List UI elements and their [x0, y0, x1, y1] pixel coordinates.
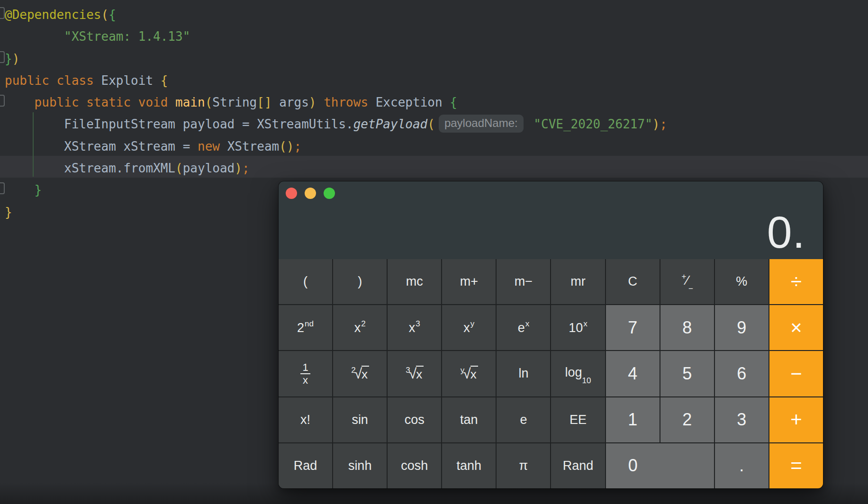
key-label: 5: [682, 364, 692, 384]
calc-key-subtract[interactable]: −: [769, 351, 823, 396]
calc-key-plus-minus[interactable]: +⁄−: [660, 259, 714, 304]
calc-key-digit-0[interactable]: 0: [606, 443, 714, 488]
key-label: sin: [352, 413, 368, 427]
minimize-button[interactable]: [305, 188, 316, 199]
calc-key-digit-1[interactable]: 1: [606, 397, 660, 442]
calc-key-add[interactable]: +: [769, 397, 823, 442]
calc-key-ten-power-x[interactable]: 10x: [551, 305, 605, 350]
key-label: (: [303, 274, 307, 289]
calc-key-cube-root[interactable]: 3√x: [388, 351, 441, 396]
code-token: public static void: [5, 95, 175, 109]
calc-key-close-paren[interactable]: ): [333, 259, 387, 304]
key-label: =: [790, 454, 802, 477]
key-label: 2: [682, 410, 692, 430]
calc-key-hyperbolic-sine[interactable]: sinh: [333, 443, 387, 488]
code-token: "CVE_2020_26217": [526, 117, 652, 131]
code-line: public class Exploit {: [5, 70, 868, 91]
calc-key-rad[interactable]: Rad: [279, 443, 332, 488]
calc-key-x-cubed[interactable]: x3: [388, 305, 441, 350]
key-label: 6: [737, 364, 746, 384]
calc-key-square-root[interactable]: 2√x: [333, 351, 387, 396]
calc-key-digit-4[interactable]: 4: [606, 351, 660, 396]
calc-key-memory-recall[interactable]: mr: [551, 259, 605, 304]
code-token: (: [427, 117, 435, 131]
calc-key-natural-log[interactable]: ln: [497, 351, 550, 396]
calc-key-multiply[interactable]: ×: [769, 305, 823, 350]
calc-key-digit-3[interactable]: 3: [715, 397, 769, 442]
key-label: 0: [628, 456, 638, 476]
calc-key-tangent[interactable]: tan: [442, 397, 496, 442]
key-label: 7: [628, 318, 637, 338]
calc-key-open-paren[interactable]: (: [279, 259, 332, 304]
calc-key-digit-7[interactable]: 7: [606, 305, 660, 350]
key-label: sinh: [348, 459, 372, 473]
key-label: mc: [406, 274, 423, 289]
calc-key-digit-5[interactable]: 5: [660, 351, 714, 396]
code-token: {: [450, 95, 457, 109]
calc-key-memory-subtract[interactable]: m−: [497, 259, 550, 304]
zoom-button[interactable]: [324, 188, 335, 199]
key-label: 4: [628, 364, 637, 384]
key-label: Rand: [563, 459, 594, 473]
calc-key-digit-6[interactable]: 6: [715, 351, 769, 396]
calc-key-sine[interactable]: sin: [333, 397, 387, 442]
calc-key-memory-add[interactable]: m+: [442, 259, 496, 304]
calc-key-x-squared[interactable]: x2: [333, 305, 387, 350]
fold-marker-icon[interactable]: [0, 7, 5, 19]
code-token: }: [5, 52, 12, 66]
calc-key-random[interactable]: Rand: [551, 443, 605, 488]
calc-key-memory-clear[interactable]: mc: [388, 259, 441, 304]
fold-marker-icon[interactable]: [0, 95, 5, 107]
calc-key-factorial[interactable]: x!: [279, 397, 332, 442]
code-token: ): [235, 161, 242, 175]
code-token: (: [175, 161, 183, 175]
code-token: {: [108, 8, 116, 22]
calc-key-digit-2[interactable]: 2: [660, 397, 714, 442]
code-token: (): [279, 139, 294, 153]
close-button[interactable]: [286, 188, 297, 199]
code-token: ;: [242, 161, 250, 175]
key-label: 9: [737, 318, 746, 338]
fold-marker-icon[interactable]: [0, 182, 5, 194]
calc-key-equals[interactable]: =: [769, 443, 823, 488]
screen: @Dependencies({ "XStream: 1.4.13"})publi…: [0, 0, 868, 504]
key-label: 1: [628, 410, 637, 430]
calc-key-hyperbolic-cosine[interactable]: cosh: [388, 443, 441, 488]
code-line: @Dependencies({: [5, 4, 868, 26]
calc-key-e-power-x[interactable]: ex: [497, 305, 550, 350]
calc-key-cosine[interactable]: cos: [388, 397, 441, 442]
calc-key-digit-9[interactable]: 9: [715, 305, 769, 350]
code-token: ): [12, 52, 20, 66]
key-label: −: [790, 362, 802, 385]
calc-key-euler-number[interactable]: e: [497, 397, 550, 442]
key-label: ex: [518, 320, 530, 335]
code-token: Exception: [376, 95, 450, 109]
code-token: args: [272, 95, 309, 109]
code-token: (: [205, 95, 213, 109]
calc-key-decimal-point[interactable]: .: [715, 443, 769, 488]
calc-key-ee[interactable]: EE: [551, 397, 605, 442]
calc-key-clear[interactable]: C: [606, 259, 660, 304]
calc-key-x-power-y[interactable]: xy: [442, 305, 496, 350]
calc-key-pi[interactable]: π: [497, 443, 550, 488]
calc-key-divide[interactable]: ÷: [769, 259, 823, 304]
code-token: XStream xStream =: [5, 139, 198, 153]
key-label: m−: [515, 274, 533, 289]
calc-key-hyperbolic-tangent[interactable]: tanh: [442, 443, 496, 488]
calculator-titlebar[interactable]: [279, 181, 823, 208]
code-token: }: [5, 183, 42, 197]
fold-marker-icon[interactable]: [0, 51, 5, 63]
calc-key-log-base-10[interactable]: log10: [551, 351, 605, 396]
code-token: (: [101, 8, 109, 22]
calc-key-reciprocal[interactable]: 1x: [279, 351, 332, 396]
calculator-window: 0. ()mcm+m−mrC+⁄−%÷2ndx2x3xyex10x789×1x2…: [279, 181, 823, 488]
calc-key-second[interactable]: 2nd: [279, 305, 332, 350]
key-label: xy: [463, 320, 474, 335]
code-line: "XStream: 1.4.13": [5, 26, 868, 47]
key-label: tanh: [457, 459, 482, 473]
calc-key-y-root[interactable]: y√x: [442, 351, 496, 396]
key-label: cosh: [401, 459, 428, 473]
key-label: 2√x: [351, 366, 369, 382]
calc-key-digit-8[interactable]: 8: [660, 305, 714, 350]
calc-key-percent[interactable]: %: [715, 259, 769, 304]
